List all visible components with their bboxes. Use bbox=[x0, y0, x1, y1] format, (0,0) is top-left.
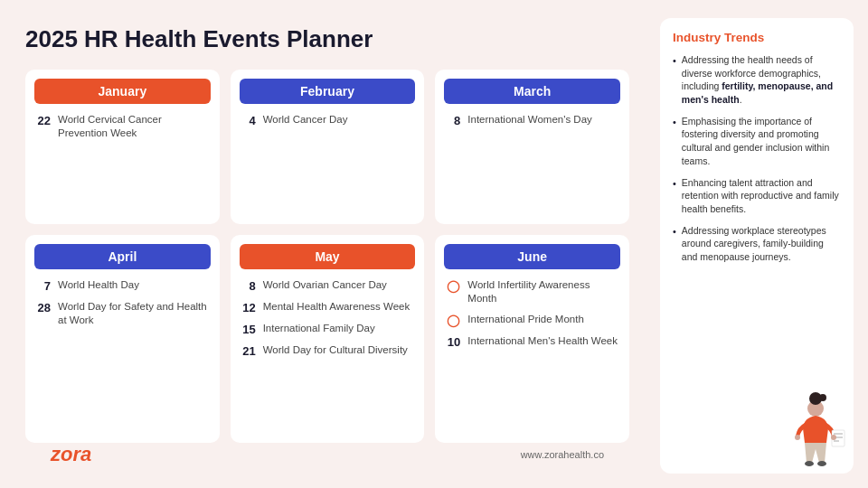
event-name: Mental Health Awareness Week bbox=[263, 300, 410, 314]
event-item: 21 World Day for Cultural Diversity bbox=[240, 343, 416, 358]
may-card: May 8 World Ovarian Cancer Day 12 Mental… bbox=[231, 235, 425, 443]
event-date: 8 bbox=[240, 279, 256, 293]
trend-item-3: • Enhancing talent attraction and retent… bbox=[673, 176, 841, 216]
event-name: World Day for Safety and Health at Work bbox=[58, 300, 211, 327]
event-name: International Pride Month bbox=[467, 313, 584, 326]
april-card: April 7 World Health Day 28 World Day fo… bbox=[25, 235, 220, 443]
february-header: February bbox=[240, 79, 416, 104]
event-name: World Infertility Awareness Month bbox=[467, 278, 620, 305]
footer-bar: zora www.zorahealth.co bbox=[25, 443, 629, 474]
page-title: 2025 HR Health Events Planner bbox=[25, 25, 629, 53]
bullet-icon: • bbox=[673, 178, 676, 189]
event-item: 12 Mental Health Awareness Week bbox=[240, 300, 416, 314]
event-name: World Cervical Cancer Prevention Week bbox=[58, 113, 211, 140]
march-card: March 8 International Women's Day bbox=[435, 70, 629, 224]
event-item: 10 International Men's Health Week bbox=[444, 334, 620, 349]
event-date: 4 bbox=[240, 114, 256, 127]
event-date: 28 bbox=[34, 301, 51, 314]
event-date: ◯ bbox=[444, 314, 460, 327]
main-content: 2025 HR Health Events Planner January 22… bbox=[0, 0, 651, 488]
trend-text: Enhancing talent attraction and retentio… bbox=[682, 176, 841, 216]
svg-point-7 bbox=[805, 461, 814, 466]
sidebar-card: Industry Trends • Addressing the health … bbox=[660, 18, 854, 474]
june-events: ◯ World Infertility Awareness Month ◯ In… bbox=[435, 277, 629, 358]
website-url: www.zorahealth.co bbox=[521, 449, 604, 460]
event-item: 28 World Day for Safety and Health at Wo… bbox=[34, 300, 211, 327]
event-name: World Health Day bbox=[58, 278, 139, 292]
person-illustration bbox=[781, 390, 850, 470]
event-name: International Women's Day bbox=[467, 113, 592, 127]
event-date: 10 bbox=[444, 335, 460, 349]
svg-point-2 bbox=[819, 394, 826, 401]
march-header: March bbox=[444, 79, 620, 104]
event-item: 8 World Ovarian Cancer Day bbox=[240, 278, 416, 293]
sidebar: Industry Trends • Addressing the health … bbox=[651, 0, 868, 488]
svg-point-9 bbox=[795, 435, 800, 440]
svg-point-8 bbox=[817, 461, 826, 466]
svg-point-10 bbox=[831, 435, 836, 440]
event-date: ◯ bbox=[444, 279, 460, 293]
trend-item-4: • Addressing workplace stereotypes aroun… bbox=[673, 224, 841, 264]
event-item: 7 World Health Day bbox=[34, 278, 211, 293]
bullet-icon: • bbox=[673, 55, 676, 66]
trend-item-2: • Emphasising the importance of fosterin… bbox=[673, 115, 841, 168]
event-date: 22 bbox=[34, 114, 51, 127]
may-header: May bbox=[240, 244, 416, 269]
june-header: June bbox=[444, 244, 620, 269]
event-item: ◯ International Pride Month bbox=[444, 313, 620, 327]
february-card: February 4 World Cancer Day bbox=[231, 70, 425, 224]
event-item: 22 World Cervical Cancer Prevention Week bbox=[34, 113, 211, 140]
event-name: World Cancer Day bbox=[263, 113, 348, 127]
february-events: 4 World Cancer Day bbox=[231, 111, 425, 136]
january-card: January 22 World Cervical Cancer Prevent… bbox=[25, 70, 220, 224]
january-events: 22 World Cervical Cancer Prevention Week bbox=[25, 111, 220, 149]
april-header: April bbox=[34, 244, 211, 269]
event-date: 15 bbox=[240, 323, 256, 336]
may-events: 8 World Ovarian Cancer Day 12 Mental Hea… bbox=[231, 277, 425, 367]
trend-item-1: • Addressing the health needs of diverse… bbox=[673, 53, 841, 107]
event-date: 21 bbox=[240, 344, 256, 358]
event-name: World Day for Cultural Diversity bbox=[263, 343, 408, 357]
trend-text: Addressing the health needs of diverse w… bbox=[682, 53, 841, 107]
june-card: June ◯ World Infertility Awareness Month… bbox=[435, 235, 629, 443]
event-name: World Ovarian Cancer Day bbox=[263, 278, 387, 292]
event-item: 4 World Cancer Day bbox=[240, 113, 416, 127]
trend-text: Addressing workplace stereotypes around … bbox=[682, 224, 841, 264]
event-item: ◯ World Infertility Awareness Month bbox=[444, 278, 620, 305]
april-events: 7 World Health Day 28 World Day for Safe… bbox=[25, 277, 220, 336]
logo: zora bbox=[51, 443, 91, 466]
event-item: 15 International Family Day bbox=[240, 322, 416, 336]
bullet-icon: • bbox=[673, 226, 676, 237]
january-header: January bbox=[34, 79, 211, 104]
event-date: 12 bbox=[240, 301, 256, 314]
trend-text: Emphasising the importance of fostering … bbox=[682, 115, 841, 168]
event-date: 7 bbox=[34, 279, 51, 293]
event-name: International Men's Health Week bbox=[467, 334, 618, 348]
sidebar-title: Industry Trends bbox=[673, 31, 841, 44]
event-date: 8 bbox=[444, 114, 460, 127]
march-events: 8 International Women's Day bbox=[435, 111, 629, 136]
event-name: International Family Day bbox=[263, 322, 375, 335]
calendar-grid: January 22 World Cervical Cancer Prevent… bbox=[25, 70, 629, 443]
event-item: 8 International Women's Day bbox=[444, 113, 620, 127]
bullet-icon: • bbox=[673, 117, 676, 127]
